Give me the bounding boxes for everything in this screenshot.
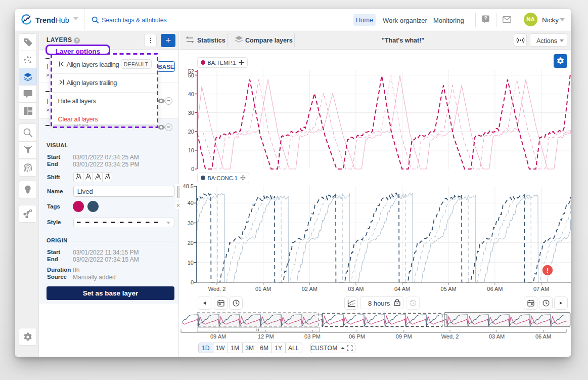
svg-text:05 AM: 05 AM — [441, 286, 457, 292]
svg-text:03 PM: 03 PM — [304, 333, 321, 340]
svg-text:50: 50 — [188, 72, 194, 78]
svg-text:?: ? — [484, 16, 487, 21]
svg-text:09 AM: 09 AM — [210, 333, 226, 340]
svg-text:07 AM: 07 AM — [533, 286, 549, 292]
svg-text:Wed, 2: Wed, 2 — [208, 286, 226, 292]
svg-text:03 AM: 03 AM — [489, 333, 505, 340]
svg-text:48.5: 48.5 — [183, 183, 194, 189]
svg-text:10: 10 — [188, 260, 194, 266]
svg-text:20: 20 — [188, 240, 194, 246]
svg-text:20: 20 — [188, 129, 194, 135]
svg-text:40: 40 — [188, 200, 194, 206]
svg-text:!: ! — [547, 267, 549, 274]
svg-text:03 AM: 03 AM — [348, 286, 364, 292]
svg-text:30: 30 — [188, 220, 194, 226]
svg-text:Wed, 2: Wed, 2 — [441, 333, 459, 340]
svg-text:02 AM: 02 AM — [302, 286, 318, 292]
svg-text:06 AM: 06 AM — [535, 333, 551, 340]
svg-text:04 AM: 04 AM — [394, 286, 410, 292]
svg-text:30: 30 — [188, 110, 194, 116]
svg-text:01 AM: 01 AM — [255, 286, 271, 292]
svg-text:0: 0 — [191, 279, 194, 285]
svg-text:06 PM: 06 PM — [349, 333, 365, 340]
svg-text:10: 10 — [188, 147, 194, 153]
svg-text:06 AM: 06 AM — [487, 286, 503, 292]
svg-text:0: 0 — [191, 166, 194, 172]
svg-text:12 PM: 12 PM — [258, 333, 274, 340]
svg-text:40: 40 — [188, 91, 194, 97]
svg-text:09 PM: 09 PM — [396, 333, 412, 340]
